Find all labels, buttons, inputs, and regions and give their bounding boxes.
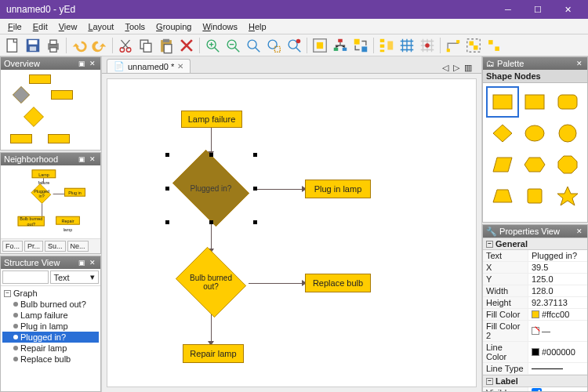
panel-close-icon[interactable]: ✕ [88,258,97,267]
shape-ellipse[interactable] [521,119,550,147]
node-lamp-failure[interactable]: Lamp failure [181,111,242,128]
prop-row[interactable]: Fill Color#ffcc00 [483,309,587,321]
orthogonal-icon[interactable] [444,36,463,55]
shape-rect[interactable] [488,88,517,116]
cut-icon[interactable] [116,36,135,55]
menu-tools[interactable]: Tools [120,20,150,33]
menu-windows[interactable]: Windows [198,20,242,33]
tree-item[interactable]: Bulb burned out? [2,299,99,310]
panel-close-icon[interactable]: ✕ [88,59,97,68]
nh-btn-su[interactable]: Su... [45,241,66,252]
zoom-sel-icon[interactable] [264,36,283,55]
node-plug-in-lamp[interactable]: Plug in lamp [305,180,371,198]
delete-icon[interactable] [177,36,196,55]
prop-row[interactable]: Visible [483,387,587,391]
menu-view[interactable]: View [54,20,82,33]
menu-grouping[interactable]: Grouping [151,20,196,33]
panel-pin-icon[interactable]: ▣ [77,258,86,267]
node-bulb-burned[interactable]: Bulb burned out? [172,250,250,314]
prop-row[interactable]: Fill Color 2— [483,321,587,342]
tree-item[interactable]: Plug in lamp [2,321,99,332]
menu-edit[interactable]: Edit [28,20,53,33]
shape-star[interactable] [553,182,583,210]
structure-filter-mode[interactable]: Text▾ [50,270,100,284]
nh-btn-pr[interactable]: Pr... [24,241,43,252]
layout-swap-icon[interactable] [351,36,370,55]
panel-close-icon[interactable]: ✕ [88,154,97,164]
prop-row[interactable]: Y125.0 [483,274,587,285]
prop-row[interactable]: Width128.0 [483,285,587,297]
shape-circle[interactable] [553,119,583,147]
shape-roundrect[interactable] [553,88,583,116]
visible-checkbox[interactable] [532,388,542,391]
zoom-area-icon[interactable] [285,36,303,55]
svg-marker-49 [493,190,512,202]
overview-canvas[interactable] [1,70,100,150]
shape-octagon[interactable] [553,151,583,179]
node-repair-lamp[interactable]: Repair lamp [183,344,244,363]
tree-item[interactable]: Lamp failure [2,310,99,321]
grid-icon[interactable] [397,36,416,55]
svg-rect-28 [380,38,385,42]
prop-row[interactable]: Height92.37113 [483,297,587,309]
nh-btn-fo[interactable]: Fo... [2,241,23,252]
prop-row[interactable]: X39.5 [483,262,587,274]
structure-filter-input[interactable] [2,270,49,284]
shape-parallelogram[interactable] [488,151,517,179]
tree-item[interactable]: Repair lamp [2,343,99,354]
prop-row[interactable]: Line Type [483,363,587,375]
snap-icon[interactable] [418,36,437,55]
node-replace-bulb[interactable]: Replace bulb [305,274,371,292]
paste-icon[interactable] [157,36,176,55]
undo-icon[interactable] [70,36,89,55]
svg-rect-50 [528,189,542,203]
shape-square[interactable] [521,182,550,210]
tab-close-icon[interactable]: ✕ [177,62,183,71]
zoom-fit-icon[interactable] [244,36,263,55]
nh-btn-ne[interactable]: Ne... [67,241,89,252]
panel-pin-icon[interactable]: ▣ [77,59,86,68]
zoom-out-icon[interactable] [223,36,242,55]
prop-row[interactable]: Line Color#000000 [483,342,587,363]
document-tab[interactable]: 📄 unnamed0 * ✕ [107,59,191,73]
tree-root[interactable]: −Graph [2,288,99,299]
print-icon[interactable] [44,36,63,55]
group-icon[interactable] [464,36,483,55]
maximize-button[interactable]: ☐ [524,2,552,17]
tree-item-selected[interactable]: Plugged in? [2,332,99,343]
close-button[interactable]: ✕ [554,2,582,17]
tab-list-icon[interactable]: ▥ [464,63,472,73]
new-doc-icon[interactable] [3,36,22,55]
minimize-button[interactable]: ─ [494,2,522,17]
tab-next-icon[interactable]: ▷ [453,63,459,73]
node-plugged-in[interactable]: Plugged in? [167,154,255,222]
neighborhood-canvas[interactable]: Lamp failure Plugged in? Plug in Bulb bu… [1,165,90,245]
copy-icon[interactable] [136,36,155,55]
shape-hexagon[interactable] [521,151,550,179]
panel-close-icon[interactable]: ✕ [575,227,584,236]
panel-close-icon[interactable]: ✕ [575,59,584,68]
menu-layout[interactable]: Layout [83,20,118,33]
fit-content-icon[interactable] [310,36,329,55]
svg-rect-12 [163,38,169,42]
ungroup-icon[interactable] [485,36,503,55]
panel-pin-icon[interactable]: ▣ [77,154,86,164]
redo-icon[interactable] [90,36,109,55]
tab-prev-icon[interactable]: ◁ [442,63,448,73]
palette-section[interactable]: Shape Nodes [483,70,587,83]
save-icon[interactable] [24,36,42,55]
graph-canvas[interactable]: Lamp failure Plugged in? Plug in lamp Bu… [107,78,477,387]
structure-tree[interactable]: −Graph Bulb burned out? Lamp failure Plu… [1,286,100,391]
zoom-in-icon[interactable] [203,36,222,55]
props-section-general[interactable]: −General [483,238,587,250]
menu-help[interactable]: Help [244,20,271,33]
shape-rect2[interactable] [521,88,550,116]
menu-file[interactable]: File [3,20,27,33]
shape-trapezoid[interactable] [488,182,517,210]
shape-diamond[interactable] [488,119,517,147]
tree-item[interactable]: Replace bulb [2,354,99,365]
props-section-label[interactable]: −Label [483,375,587,387]
layout-tree-icon[interactable] [331,36,350,55]
prop-row[interactable]: TextPlugged in? [483,250,587,262]
layout-hier-icon[interactable] [377,36,396,55]
